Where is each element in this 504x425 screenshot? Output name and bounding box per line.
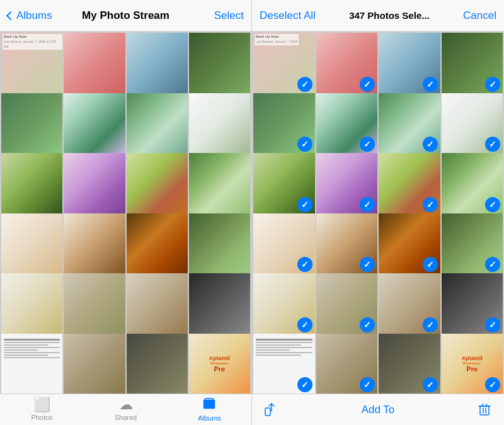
selection-check: ✓ [297, 317, 312, 332]
photo-cell[interactable] [1, 273, 62, 334]
svg-rect-4 [480, 406, 489, 415]
photo-cell[interactable] [64, 93, 125, 154]
albums-icon [203, 397, 217, 412]
tab-bar-left: ⬜ Photos ☁ Shared Albums [0, 394, 251, 425]
trash-icon [478, 403, 491, 417]
photo-cell[interactable] [64, 273, 125, 334]
selection-check: ✓ [360, 77, 375, 92]
selection-check: ✓ [360, 257, 375, 272]
tab-shared[interactable]: ☁ Shared [84, 394, 168, 425]
photo-grid-right: Back Up NowLast Backup: January 7, 2016 … [252, 31, 504, 394]
cancel-button[interactable]: Cancel [463, 9, 496, 22]
selected-photo-cell[interactable]: ✓ [316, 93, 378, 155]
delete-button[interactable] [478, 403, 491, 417]
selected-photo-cell[interactable]: ✓ [316, 33, 378, 94]
photo-cell[interactable] [1, 153, 62, 214]
selection-check: ✓ [423, 77, 438, 92]
tab-photos-label: Photos [31, 414, 52, 421]
backup-label: Back Up NowLast Backup: January 7, 2016 … [3, 34, 62, 50]
selected-photo-cell[interactable]: ✓ [442, 153, 503, 215]
select-button[interactable]: Select [214, 9, 244, 22]
share-icon [265, 403, 278, 417]
add-to-button[interactable]: Add To [362, 404, 395, 416]
photo-cell[interactable] [127, 213, 188, 275]
tab-albums[interactable]: Albums [168, 394, 251, 425]
selection-count: 347 Photos Sele... [316, 10, 463, 21]
selected-photo-cell[interactable]: ✓ [379, 334, 440, 394]
selection-check: ✓ [423, 197, 438, 212]
photo-cell[interactable] [189, 213, 250, 275]
selected-photo-cell[interactable]: ✓ [253, 273, 315, 335]
selected-photo-cell[interactable]: ✓ [253, 334, 315, 394]
selected-photo-cell[interactable]: ✓ [253, 93, 315, 155]
selected-photo-cell[interactable]: Back Up NowLast Backup: January 7, 2016 … [253, 33, 315, 94]
selected-photo-cell[interactable]: ✓ [316, 273, 378, 335]
deselect-all-button[interactable]: Deselect All [260, 9, 316, 22]
photo-cell[interactable] [127, 273, 188, 334]
photo-cell[interactable] [127, 33, 188, 94]
photo-cell[interactable] [1, 213, 62, 275]
photo-cell[interactable] [64, 213, 125, 275]
selection-check: ✓ [485, 257, 500, 272]
selection-check: ✓ [360, 197, 375, 212]
selection-check: ✓ [485, 197, 500, 212]
selected-photo-cell[interactable]: ✓ [253, 153, 315, 215]
photo-cell[interactable] [64, 153, 125, 214]
back-button[interactable]: Albums [8, 9, 52, 22]
photo-grid-left: Back Up NowLast Backup: January 7, 2016 … [0, 31, 251, 394]
photo-cell[interactable] [189, 93, 250, 154]
selection-check: ✓ [485, 137, 500, 152]
photo-cell[interactable] [64, 334, 125, 394]
selected-photo-cell[interactable]: ✓ [379, 213, 440, 275]
left-header: Albums My Photo Stream Select [0, 0, 251, 31]
add-to-label: Add To [362, 404, 395, 416]
selected-photo-cell[interactable]: ✓ [316, 334, 378, 394]
photo-cell[interactable]: Aptamil Pronutra+ Pre [189, 334, 250, 394]
selection-check: ✓ [423, 257, 438, 272]
photo-cell[interactable] [127, 334, 188, 394]
selected-photo-cell[interactable]: ✓ [253, 213, 315, 275]
selection-check: ✓ [423, 377, 438, 392]
tab-photos[interactable]: ⬜ Photos [0, 394, 84, 425]
photo-cell[interactable] [189, 153, 250, 214]
selection-check: ✓ [423, 137, 438, 152]
right-header: Deselect All 347 Photos Sele... Cancel [252, 0, 504, 31]
selection-check: ✓ [297, 257, 312, 272]
photo-cell[interactable] [127, 93, 188, 154]
selected-photo-cell[interactable]: ✓ [442, 93, 503, 155]
selected-photo-cell[interactable]: ✓ [379, 153, 440, 215]
selected-photo-cell[interactable]: ✓ [442, 273, 503, 335]
tab-albums-label: Albums [198, 414, 221, 422]
selected-photo-cell[interactable]: ✓ [379, 273, 440, 335]
photo-cell[interactable] [189, 273, 250, 334]
photo-cell[interactable] [189, 33, 250, 94]
selected-photo-cell[interactable]: Aptamil Pronutra+ Pre ✓ [442, 334, 503, 394]
selection-check: ✓ [297, 137, 312, 152]
selection-check: ✓ [485, 317, 500, 332]
selected-photo-cell[interactable]: ✓ [442, 213, 503, 275]
back-label: Albums [16, 9, 52, 22]
tab-shared-label: Shared [115, 414, 137, 421]
chevron-left-icon [6, 11, 15, 20]
selection-check: ✓ [297, 197, 312, 212]
selected-photo-cell[interactable]: ✓ [316, 213, 378, 275]
selected-photo-cell[interactable]: ✓ [316, 153, 378, 215]
selection-check: ✓ [360, 137, 375, 152]
photo-cell[interactable]: Back Up NowLast Backup: January 7, 2016 … [1, 33, 62, 94]
photo-cell[interactable] [1, 93, 62, 154]
page-title: My Photo Stream [82, 9, 169, 22]
selected-photo-cell[interactable]: ✓ [379, 33, 440, 94]
selected-photo-cell[interactable]: ✓ [379, 93, 440, 155]
share-button[interactable] [265, 403, 278, 417]
photo-cell[interactable] [127, 153, 188, 214]
shared-icon: ☁ [119, 398, 133, 412]
photos-icon: ⬜ [33, 398, 50, 412]
selection-check: ✓ [485, 77, 500, 92]
right-panel: Deselect All 347 Photos Sele... Cancel B… [252, 0, 504, 425]
backup-label: Back Up NowLast Backup: January 7, 2016 [255, 34, 299, 45]
selection-check: ✓ [485, 377, 500, 392]
selected-photo-cell[interactable]: ✓ [442, 33, 503, 94]
selection-check: ✓ [297, 77, 312, 92]
photo-cell[interactable] [64, 33, 125, 94]
photo-cell[interactable] [1, 334, 62, 394]
